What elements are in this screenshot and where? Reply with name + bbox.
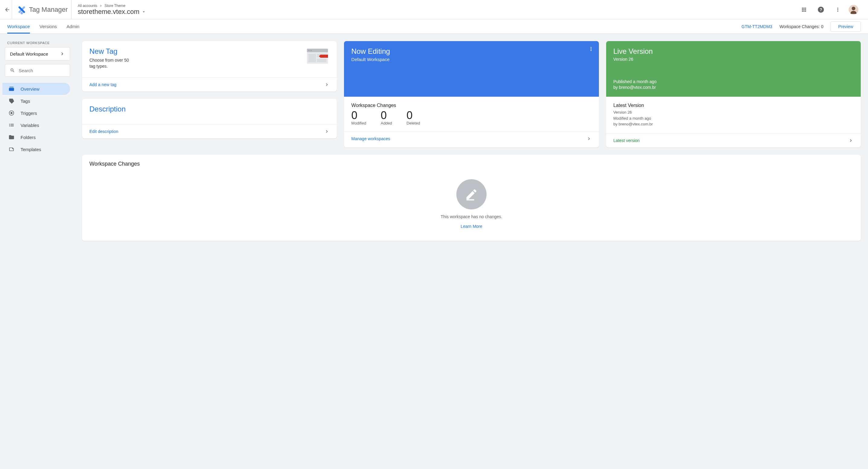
back-button[interactable]	[2, 0, 12, 19]
workspace-changes-counter: Workspace Changes: 0	[779, 24, 823, 29]
latest-version-title: Latest Version	[613, 103, 854, 108]
nav-triggers[interactable]: Triggers	[2, 107, 70, 119]
description-card: Description Edit description	[82, 99, 337, 138]
preview-button[interactable]: Preview	[831, 22, 861, 32]
chevron-right-icon	[324, 82, 330, 87]
arrow-left-icon	[4, 7, 10, 13]
left-column: New Tag Choose from over 50 tag types. A…	[82, 41, 337, 147]
description-body[interactable]: Description	[82, 99, 337, 124]
empty-state-text: This workspace has no changes.	[441, 214, 502, 219]
container-id[interactable]: GTM-TT2MDM3	[741, 24, 772, 29]
svg-text:?: ?	[820, 7, 823, 12]
current-workspace-label: CURRENT WORKSPACE	[2, 39, 72, 47]
workspace-selector[interactable]: Default Workspace	[5, 47, 70, 60]
nav-templates[interactable]: Templates	[2, 143, 70, 155]
chevron-right-icon	[99, 4, 103, 7]
chevron-right-icon	[60, 51, 65, 57]
tab-admin[interactable]: Admin	[66, 19, 80, 33]
nav-folders[interactable]: Folders	[2, 131, 70, 143]
new-tag-title: New Tag	[89, 47, 132, 56]
more-vert-icon	[835, 7, 841, 13]
nav-label: Variables	[21, 123, 39, 128]
app-header: Tag Manager All accounts Store Theme sto…	[0, 0, 868, 19]
latest-version-button[interactable]: Latest version	[606, 133, 861, 147]
stat-added: 0 Added	[380, 110, 392, 125]
tag-icon	[8, 98, 14, 104]
workspace-changes-stats: Workspace Changes 0 Modified 0 Added 0 D	[344, 97, 598, 131]
now-editing-card: Now Editing Default Workspace Workspace …	[344, 41, 598, 147]
publish-info: Published a month ago by breno@vtex.com.…	[613, 79, 854, 91]
primary-tabs: Workspace Versions Admin	[7, 19, 80, 33]
stat-modified: 0 Modified	[351, 110, 366, 125]
now-editing-subtitle: Default Workspace	[351, 57, 591, 62]
svg-rect-13	[308, 54, 316, 62]
ws-changes-title: Workspace Changes	[351, 103, 591, 108]
tag-illustration-icon	[305, 47, 330, 65]
new-tag-card: New Tag Choose from over 50 tag types. A…	[82, 41, 337, 92]
nav-overview[interactable]: Overview	[2, 83, 70, 95]
dashboard-icon	[8, 86, 14, 92]
folder-icon	[8, 134, 14, 140]
help-icon: ?	[817, 6, 825, 13]
now-editing-title: Now Editing	[351, 47, 591, 56]
target-icon	[8, 110, 14, 116]
add-new-tag-button[interactable]: Add a new tag	[82, 77, 337, 92]
more-button[interactable]	[832, 4, 844, 16]
workspace-name: Default Workspace	[10, 51, 48, 57]
live-version-number: Version 26	[613, 57, 854, 62]
apps-icon	[801, 7, 807, 13]
empty-state-icon	[456, 179, 487, 209]
edit-description-button[interactable]: Edit description	[82, 124, 337, 138]
svg-rect-16	[467, 199, 474, 200]
live-version-card: Live Version Version 26 Published a mont…	[606, 41, 861, 147]
container-selector[interactable]: storetheme.vtex.com	[78, 8, 798, 16]
new-tag-body[interactable]: New Tag Choose from over 50 tag types.	[82, 41, 337, 77]
search-input[interactable]	[19, 68, 65, 73]
nav-label: Overview	[21, 86, 39, 92]
breadcrumb-root[interactable]: All accounts	[78, 4, 97, 8]
learn-more-link[interactable]: Learn More	[461, 224, 482, 229]
tab-versions[interactable]: Versions	[39, 19, 57, 33]
svg-rect-15	[317, 59, 327, 62]
tab-workspace[interactable]: Workspace	[7, 19, 30, 33]
nav-label: Tags	[21, 98, 30, 104]
nav-label: Triggers	[21, 111, 37, 116]
product-logo[interactable]: Tag Manager	[14, 0, 71, 19]
nav-label: Folders	[21, 135, 36, 140]
tabs-right: GTM-TT2MDM3 Workspace Changes: 0 Preview	[741, 22, 861, 32]
now-editing-more-button[interactable]	[588, 46, 594, 52]
search-icon	[10, 67, 15, 74]
main: CURRENT WORKSPACE Default Workspace Over…	[0, 34, 868, 469]
chevron-right-icon	[324, 129, 330, 134]
manage-workspaces-button[interactable]: Manage workspaces	[344, 131, 598, 146]
edit-description-label: Edit description	[89, 129, 118, 134]
breadcrumb-leaf[interactable]: Store Theme	[104, 4, 125, 8]
template-icon	[8, 146, 14, 152]
empty-state: This workspace has no changes. Learn Mor…	[89, 179, 854, 229]
apps-button[interactable]	[798, 4, 810, 16]
account-avatar[interactable]	[849, 5, 858, 14]
tabs-bar: Workspace Versions Admin GTM-TT2MDM3 Wor…	[0, 19, 868, 34]
header-actions: ?	[798, 4, 866, 16]
latest-version-label: Latest version	[613, 138, 640, 143]
chevron-right-icon	[848, 138, 854, 143]
latest-version-info: Latest Version Version 26 Modified a mon…	[606, 97, 861, 133]
tag-manager-logo-icon	[17, 5, 27, 14]
nav-tags[interactable]: Tags	[2, 95, 70, 107]
svg-point-12	[310, 50, 312, 51]
container-name: storetheme.vtex.com	[78, 8, 139, 16]
live-version-title: Live Version	[613, 47, 854, 56]
help-button[interactable]: ?	[815, 4, 827, 16]
cards-row: New Tag Choose from over 50 tag types. A…	[82, 41, 861, 147]
nav-label: Templates	[21, 147, 41, 152]
avatar-icon	[849, 5, 858, 14]
search-box[interactable]	[5, 64, 70, 77]
breadcrumb-area: All accounts Store Theme storetheme.vtex…	[71, 4, 798, 16]
pencil-icon	[465, 188, 478, 201]
breadcrumb[interactable]: All accounts Store Theme	[78, 4, 798, 8]
svg-point-6	[852, 7, 855, 10]
nav-variables[interactable]: Variables	[2, 119, 70, 131]
stat-deleted: 0 Deleted	[406, 110, 420, 125]
live-version-body: Live Version Version 26 Published a mont…	[606, 41, 861, 97]
blocks-icon	[8, 122, 14, 128]
